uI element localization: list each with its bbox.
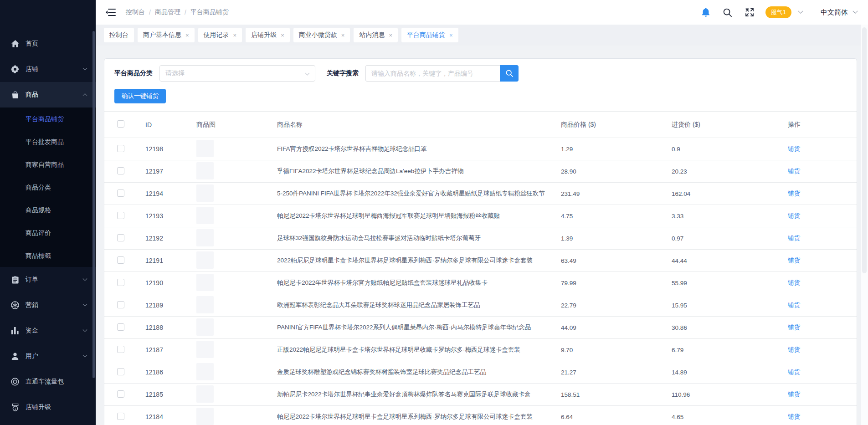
sidebar-item-funds[interactable]: 资金	[0, 318, 96, 343]
breadcrumb-item[interactable]: 控制台	[126, 8, 145, 16]
row-checkbox[interactable]	[117, 390, 124, 398]
keyword-search-input[interactable]	[365, 65, 500, 82]
table-row: 12186 金质足球奖杯雕塑游戏纪念锦标赛奖杯树脂装饰室足球比赛奖品纪念品工艺品…	[104, 361, 857, 384]
sidebar-item-shop-upgrade[interactable]: 1 店铺升级	[0, 394, 96, 420]
product-price: 63.49	[561, 257, 672, 264]
user-badge[interactable]: 服气1	[765, 6, 791, 18]
product-name: FIFA官方授权2022卡塔尔世界杯吉祥物足球纪念品口罩	[277, 145, 561, 153]
select-all-checkbox[interactable]	[117, 120, 124, 128]
breadcrumb-item[interactable]: 商品管理	[155, 8, 180, 16]
submenu-item[interactable]: 平台批发商品	[0, 130, 96, 153]
row-checkbox[interactable]	[117, 234, 124, 241]
product-cost: 14.89	[672, 369, 788, 376]
page-tab[interactable]: 平台商品铺货 ×	[401, 28, 458, 42]
stock-action-link[interactable]: 铺货	[788, 212, 800, 219]
product-price: 44.09	[561, 324, 672, 331]
row-checkbox[interactable]	[117, 368, 124, 375]
close-icon[interactable]: ×	[341, 32, 345, 38]
search-icon[interactable]	[723, 7, 733, 17]
close-icon[interactable]: ×	[185, 32, 189, 38]
page-tab[interactable]: 商户基本信息 ×	[138, 28, 195, 42]
row-checkbox[interactable]	[117, 167, 124, 174]
table-row: 12194 5-250件PANINI FIFA世界杯卡塔尔2022年32强业余爱…	[104, 183, 857, 205]
page-scrollbar-thumb[interactable]	[862, 27, 867, 273]
submenu-item[interactable]: 平台商品铺货	[0, 108, 96, 130]
product-name: 金质足球奖杯雕塑游戏纪念锦标赛奖杯树脂装饰室足球比赛奖品纪念品工艺品	[277, 368, 561, 376]
product-name: 正版2022帕尼尼足球明星卡盒卡塔尔世界杯足球明星收藏卡罗纳尔多·梅西足球迷卡盒…	[277, 346, 561, 354]
page-scrollbar[interactable]	[861, 25, 868, 425]
table-row: 12188 PANINI官方FIFA世界杯卡塔尔2022系列人偶明星莱昂内尔·梅…	[104, 317, 857, 339]
language-chevron-down-icon	[853, 9, 858, 14]
sidebar-item-goods[interactable]: 商品	[0, 82, 96, 108]
product-price: 231.49	[561, 190, 672, 197]
sidebar-item-marketing[interactable]: 营銷	[0, 292, 96, 318]
stock-action-link[interactable]: 铺货	[788, 257, 800, 264]
category-filter-label: 平台商品分类	[114, 69, 153, 77]
breadcrumb-separator: /	[149, 9, 151, 16]
stock-action-link[interactable]: 铺货	[788, 346, 800, 353]
close-icon[interactable]: ×	[449, 32, 453, 38]
confirm-bulk-stock-button[interactable]: 确认一键铺货	[114, 89, 166, 103]
sidebar-item-shop[interactable]: 店铺	[0, 56, 96, 82]
page-tab[interactable]: 使用记录 ×	[198, 28, 242, 42]
row-checkbox[interactable]	[117, 301, 124, 308]
chevron-down-icon	[305, 71, 310, 76]
sidebar-item-orders[interactable]: 订单	[0, 267, 96, 292]
column-header-price: 商品价格 ($)	[561, 121, 672, 129]
wheel-icon	[11, 301, 19, 309]
close-icon[interactable]: ×	[233, 32, 237, 38]
page-tab[interactable]: 控制台	[104, 28, 134, 42]
collapse-menu-icon[interactable]	[106, 9, 116, 16]
row-checkbox[interactable]	[117, 212, 124, 219]
row-checkbox[interactable]	[117, 145, 124, 152]
row-checkbox[interactable]	[117, 346, 124, 353]
fullscreen-icon[interactable]	[745, 7, 755, 17]
row-checkbox[interactable]	[117, 189, 124, 197]
user-menu-chevron-down-icon[interactable]	[798, 9, 803, 14]
product-price: 158.51	[561, 391, 672, 398]
home-icon	[11, 40, 19, 48]
submenu-item[interactable]: 商家自营商品	[0, 153, 96, 176]
language-selector[interactable]: 中文简体	[821, 8, 857, 17]
product-name: 帕尼尼2022卡塔尔世界杯足球明星卡盒足球明星系列梅西·罗纳尔多足球有限公司球迷…	[277, 413, 561, 421]
close-icon[interactable]: ×	[281, 32, 284, 38]
stock-action-link[interactable]: 铺货	[788, 324, 800, 331]
submenu-item[interactable]: 商品评价	[0, 221, 96, 244]
page-tab[interactable]: 店铺升级 ×	[246, 28, 290, 42]
stock-action-link[interactable]: 铺货	[788, 413, 800, 420]
sidebar-item-home[interactable]: 首页	[0, 31, 96, 56]
sidebar-scrollbar[interactable]	[92, 31, 95, 378]
submenu-item[interactable]: 商品分类	[0, 176, 96, 199]
stock-action-link[interactable]: 铺货	[788, 369, 800, 375]
stock-action-link[interactable]: 铺货	[788, 168, 800, 174]
stock-action-link[interactable]: 铺货	[788, 145, 800, 152]
submenu-item-label: 商品评价	[26, 229, 51, 236]
open-tabs-bar: 控制台 商户基本信息 × 使用记录 × 店铺升级 ×	[96, 25, 868, 46]
row-checkbox[interactable]	[117, 323, 124, 331]
notification-bell-icon[interactable]	[701, 7, 711, 17]
submenu-item[interactable]: 商品规格	[0, 199, 96, 221]
stock-action-link[interactable]: 铺货	[788, 279, 800, 286]
stock-action-link[interactable]: 铺货	[788, 190, 800, 197]
row-checkbox[interactable]	[117, 279, 124, 286]
stock-action-link[interactable]: 铺货	[788, 235, 800, 241]
submenu-item[interactable]: 商品標籤	[0, 244, 96, 267]
table-row: 12197 孚德FIFA2022卡塔尔世界杯足球纪念品周边La'eeb拉伊卜手办…	[104, 160, 857, 183]
row-checkbox[interactable]	[117, 413, 124, 420]
page-tab[interactable]: 商业小微贷款 ×	[293, 28, 350, 42]
stock-action-link[interactable]: 铺货	[788, 302, 800, 308]
category-select[interactable]: 请选择	[159, 65, 315, 82]
product-image-placeholder	[196, 140, 214, 157]
submenu-item-label: 平台批发商品	[26, 138, 64, 145]
product-price: 6.64	[561, 414, 672, 420]
stock-action-link[interactable]: 铺货	[788, 391, 800, 398]
row-checkbox[interactable]	[117, 256, 124, 264]
search-button[interactable]	[500, 65, 519, 82]
sidebar-item-users[interactable]: 用户	[0, 343, 96, 369]
sidebar-item-traffic-pack[interactable]: 直通车流量包	[0, 369, 96, 394]
submenu-item-label: 商品分类	[26, 184, 51, 191]
breadcrumb-item[interactable]: 平台商品铺货	[190, 8, 229, 16]
close-icon[interactable]: ×	[389, 32, 392, 38]
table-row: 12187 正版2022帕尼尼足球明星卡盒卡塔尔世界杯足球明星收藏卡罗纳尔多·梅…	[104, 339, 857, 361]
page-tab[interactable]: 站内消息 ×	[354, 28, 398, 42]
